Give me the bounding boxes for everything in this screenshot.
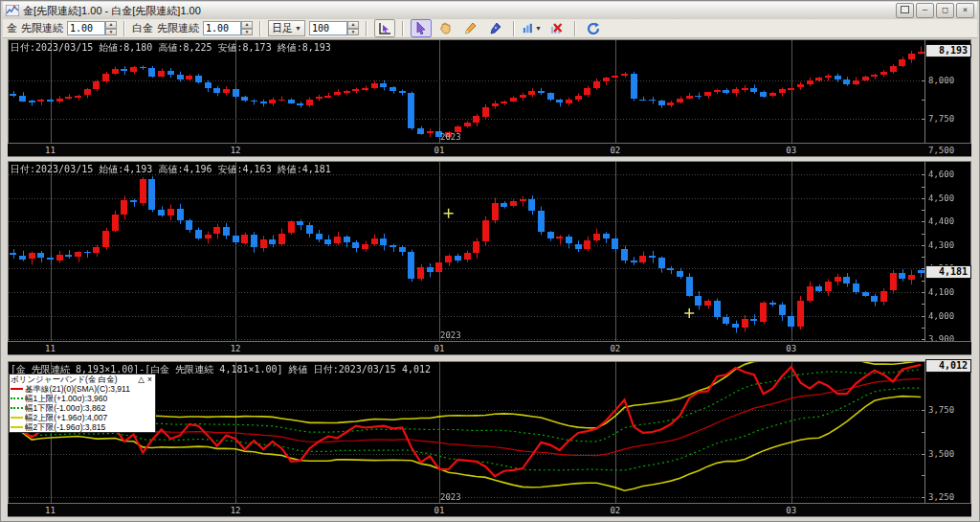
toolbar: 金 先限連続 1.00 ▲▼ 白金 先限連続 1.00 ▲▼ 日足 ▼ 100 … — [3, 19, 977, 38]
month-label: 03 — [780, 506, 803, 515]
spread-axis-label: 3,750 — [928, 405, 954, 415]
platinum-ohlc-header: 日付:2023/03/15 始値:4,193 高値:4,196 安値:4,163… — [11, 163, 331, 176]
legend-close-button[interactable]: × — [145, 374, 154, 384]
chart-app-icon — [6, 5, 19, 16]
legend-item-label: 幅1上限(+1.00σ):3,960 — [25, 394, 107, 403]
gold-axis-label: 8,000 — [928, 76, 954, 85]
platinum-axis-label: 4,000 — [928, 311, 954, 321]
legend-item-label: 幅1下限(-1.00σ):3,862 — [25, 403, 105, 413]
pan-tool-button[interactable] — [435, 19, 457, 37]
bar-count-down-button[interactable]: ▼ — [347, 29, 359, 36]
gold-symbol-label: 金 — [7, 21, 17, 35]
delete-x-icon — [550, 22, 563, 34]
toolbar-separator — [259, 21, 261, 36]
platinum-axis-label: 4,100 — [928, 287, 954, 297]
platinum-axis-label: 4,400 — [928, 216, 954, 226]
select-tool-button[interactable] — [411, 19, 432, 37]
gold-axis-label: 7,750 — [928, 114, 954, 124]
minimize-button[interactable]: – — [916, 3, 934, 18]
maximize-button[interactable]: □ — [936, 3, 954, 18]
chevron-down-icon: ▼ — [535, 25, 542, 32]
legend-item-label: 幅2上限(+1.96σ):4,007 — [25, 413, 107, 422]
legend-item: 幅1下限(-1.00σ):3,862 — [11, 403, 154, 413]
timeframe-dropdown[interactable]: 日足 ▼ — [268, 20, 305, 36]
legend-item: 幅2下限(-1.96σ):3,815 — [11, 422, 154, 432]
chevron-down-icon: ▼ — [295, 25, 301, 32]
chart-cursor-icon — [378, 22, 391, 35]
platinum-multiplier-down-button[interactable]: ▼ — [241, 29, 253, 36]
spread-axis-label: 3,250 — [928, 492, 954, 502]
green-line-swatch — [11, 397, 23, 399]
gold-multiplier-down-button[interactable]: ▼ — [105, 29, 117, 36]
bollinger-legend[interactable]: ボリンジャーバンド(金 白金) △ × 基準線(21)(0)(SMA)(C):3… — [9, 374, 156, 433]
chart-cursor-tool-button[interactable] — [374, 19, 395, 37]
green-line-swatch — [11, 407, 23, 409]
year-label: 2023 — [440, 132, 461, 142]
platinum-symbol-label: 白金 — [132, 21, 153, 35]
gold-chart-canvas[interactable] — [9, 40, 925, 144]
month-label: 02 — [604, 506, 627, 515]
platinum-multiplier-up-button[interactable]: ▲ — [241, 21, 253, 29]
pencil-icon — [464, 22, 477, 34]
platinum-axis-label: 4,300 — [928, 240, 954, 250]
month-label: 12 — [224, 146, 247, 155]
month-label: 12 — [224, 506, 247, 515]
gold-contract-label: 先限連続 — [21, 21, 63, 35]
year-label: 2023 — [440, 492, 461, 502]
bar-count-spinner[interactable]: 100 ▲▼ — [309, 21, 359, 35]
month-label: 12 — [224, 344, 247, 353]
toolbar-separator — [402, 21, 404, 36]
app-window: 金[先限連続]1.00 - 白金[先限連続]1.00 – □ × 金 先限連続 … — [0, 0, 980, 522]
legend-item-label: 基準線(21)(0)(SMA)(C):3,911 — [25, 384, 130, 394]
chart-type-menu-button[interactable]: ▼ — [522, 19, 543, 37]
toolbar-separator — [366, 21, 368, 36]
cursor-arrow-icon — [415, 22, 427, 34]
window-title: 金[先限連続]1.00 - 白金[先限連続]1.00 — [23, 4, 894, 18]
gold-time-axis: 11120102037,500 — [8, 143, 971, 157]
yellow-line-swatch — [11, 417, 23, 419]
delete-indicator-button[interactable] — [546, 19, 568, 37]
bar-chart-icon — [523, 22, 533, 34]
bar-count-up-button[interactable]: ▲ — [347, 21, 359, 29]
month-label: 02 — [604, 146, 627, 155]
platinum-axis-label: 4,500 — [928, 193, 954, 203]
month-label: 11 — [39, 146, 62, 155]
platinum-axis-label: 4,600 — [928, 170, 954, 179]
timeframe-label: 日足 — [272, 21, 293, 35]
month-label: 11 — [39, 344, 62, 353]
toolbar-separator — [123, 21, 125, 36]
toolbar-separator — [574, 21, 576, 36]
pen-draw-tool-button[interactable] — [485, 19, 506, 37]
spread-current-price-box: 4,012 — [925, 359, 971, 373]
month-label: 03 — [780, 344, 803, 353]
month-label: 11 — [39, 506, 62, 515]
platinum-multiplier-spinner[interactable]: 1.00 ▲▼ — [203, 21, 253, 35]
reload-button[interactable] — [583, 19, 604, 37]
red-line-swatch — [11, 388, 23, 390]
legend-title: ボリンジャーバンド(金 白金) — [11, 374, 137, 384]
gold-multiplier-up-button[interactable]: ▲ — [105, 21, 117, 29]
year-label: 2023 — [440, 330, 461, 340]
fountain-pen-icon — [489, 22, 501, 34]
legend-item: 幅1上限(+1.00σ):3,960 — [11, 394, 154, 403]
gold-current-price-box: 8,193 — [925, 44, 971, 57]
refresh-icon — [587, 22, 600, 35]
gold-multiplier-spinner[interactable]: 1.00 ▲▼ — [67, 21, 117, 35]
month-label: 02 — [604, 344, 627, 353]
legend-item: 幅2上限(+1.96σ):4,007 — [11, 413, 154, 422]
month-label: 01 — [428, 506, 451, 515]
month-label: 01 — [428, 344, 451, 353]
cascade-window-button[interactable] — [896, 3, 914, 18]
gold-ohlc-header: 日付:2023/03/15 始値:8,180 高値:8,225 安値:8,173… — [11, 41, 331, 55]
toolbar-separator — [513, 21, 515, 36]
platinum-price-axis: 4,6004,5004,4004,3004,2004,1004,0003,900 — [924, 161, 971, 341]
platinum-chart-canvas[interactable] — [9, 162, 925, 342]
month-label: 01 — [428, 146, 451, 155]
bar-count-value[interactable]: 100 — [309, 21, 347, 35]
gold-multiplier-value[interactable]: 1.00 — [67, 21, 105, 35]
legend-collapse-button[interactable]: △ — [137, 374, 145, 384]
close-button[interactable]: × — [956, 3, 974, 18]
pencil-draw-tool-button[interactable] — [460, 19, 481, 37]
platinum-multiplier-value[interactable]: 1.00 — [203, 21, 241, 35]
platinum-time-axis: 1112010203 — [8, 341, 971, 355]
